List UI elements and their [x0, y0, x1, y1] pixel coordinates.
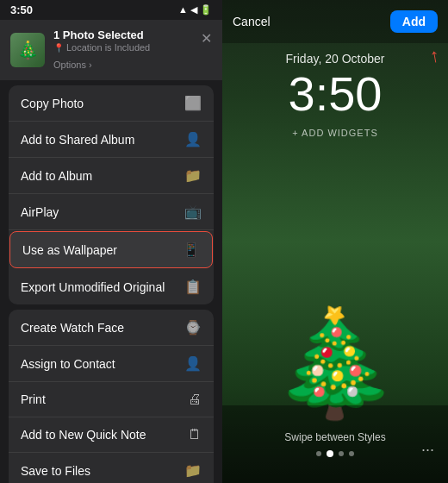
watch-icon: ⌚ [184, 319, 202, 336]
contact-icon: 👤 [184, 355, 202, 372]
menu-item-label: Add to Album [21, 169, 92, 183]
menu-item-airplay[interactable]: AirPlay 📺 [9, 194, 214, 230]
menu-item-export-original[interactable]: Export Unmodified Original 📋 [9, 269, 214, 304]
menu-item-assign-contact[interactable]: Assign to Contact 👤 [9, 346, 214, 382]
location-icon: 📍 [53, 43, 64, 53]
menu-item-label: Save to Files [21, 464, 90, 478]
menu-item-add-album[interactable]: Add to Album 📁 [9, 158, 214, 194]
dot-4 [349, 451, 354, 456]
menu-item-watch-face[interactable]: Create Watch Face ⌚ [9, 310, 214, 346]
add-button[interactable]: Add [390, 10, 438, 33]
menu-item-quick-note[interactable]: Add to New Quick Note 🗒 [9, 417, 214, 453]
selection-title: 1 Photo Selected [53, 28, 212, 41]
menu-item-label: Assign to Contact [21, 357, 115, 371]
options-button[interactable]: Options › [53, 60, 92, 70]
airplay-icon: 📺 [184, 204, 202, 220]
dot-2 [327, 450, 333, 457]
status-time: 3:50 [10, 3, 33, 16]
header-info: 1 Photo Selected 📍 Location is Included … [53, 28, 212, 72]
menu-item-shared-album[interactable]: Add to Shared Album 👤 [9, 122, 214, 158]
note-icon: 🗒 [188, 427, 202, 442]
status-bar: 3:50 ▲ ◀ 🔋 [0, 0, 222, 20]
print-icon: 🖨 [188, 392, 202, 407]
close-button[interactable]: ✕ [201, 30, 212, 47]
menu-item-wallpaper[interactable]: Use as Wallpaper 📱 ➜ [9, 231, 213, 268]
menu-item-label: Copy Photo [21, 97, 84, 110]
album-icon: 📁 [184, 167, 202, 184]
menu-item-print[interactable]: Print 🖨 [9, 382, 214, 417]
phone-bottom-bar: Swipe between Styles ··· [222, 405, 448, 483]
menu-item-label: Add to Shared Album [21, 133, 134, 147]
dot-3 [339, 451, 344, 456]
swipe-label: Swipe between Styles [284, 431, 385, 443]
wallpaper-preview-panel: 🎄 Cancel Add ↑ Friday, 20 October 3:50 +… [222, 0, 448, 483]
more-button[interactable]: ··· [421, 441, 434, 459]
wallpaper-icon: 📱 [183, 242, 200, 258]
location-label: 📍 Location is Included [53, 42, 212, 53]
cancel-button[interactable]: Cancel [233, 15, 271, 28]
copy-icon: ⬜ [184, 95, 202, 111]
menu-item-label: Create Watch Face [21, 321, 124, 335]
menu-item-save-files[interactable]: Save to Files 📁 [9, 453, 214, 483]
share-sheet-panel: 3:50 ▲ ◀ 🔋 1 Photo Selected 📍 Location i… [0, 0, 222, 483]
lock-date: Friday, 20 October [222, 52, 448, 66]
menu-item-label: Use as Wallpaper [22, 243, 117, 257]
lock-time: 3:50 [222, 67, 448, 121]
share-header: 1 Photo Selected 📍 Location is Included … [0, 20, 222, 80]
add-widgets-area[interactable]: + ADD WIDGETS [222, 128, 448, 138]
menu-item-label: AirPlay [21, 205, 59, 219]
menu-item-label: Export Unmodified Original [21, 280, 165, 294]
menu-item-label: Add to New Quick Note [21, 428, 146, 442]
style-dots [316, 450, 354, 457]
dot-1 [316, 451, 321, 456]
export-icon: 📋 [184, 279, 202, 295]
status-icons: ▲ ◀ 🔋 [178, 4, 212, 16]
menu-section-2: Create Watch Face ⌚ Assign to Contact 👤 … [9, 310, 214, 483]
shared-album-icon: 👤 [184, 131, 202, 147]
menu-section-1: Copy Photo ⬜ Add to Shared Album 👤 Add t… [9, 85, 214, 304]
lock-screen-content: Friday, 20 October 3:50 + ADD WIDGETS [222, 52, 448, 138]
options-row: Options › [53, 56, 212, 72]
menu-list: Copy Photo ⬜ Add to Shared Album 👤 Add t… [0, 80, 222, 483]
christmas-tree-decoration: 🎄 [271, 310, 400, 414]
phone-top-bar: Cancel Add [222, 0, 448, 43]
add-widgets-label: + ADD WIDGETS [222, 128, 448, 138]
menu-item-label: Print [21, 392, 46, 406]
files-icon: 📁 [184, 462, 202, 479]
menu-item-copy-photo[interactable]: Copy Photo ⬜ [9, 85, 214, 122]
photo-thumbnail [10, 33, 45, 67]
